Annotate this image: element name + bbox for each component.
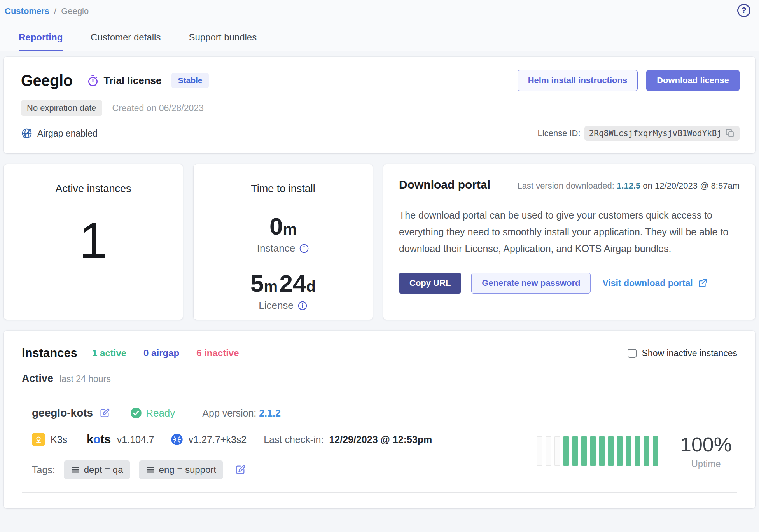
download-portal-description: The download portal can be used to give … <box>399 207 740 257</box>
uptime-bar <box>554 436 560 466</box>
last-version-downloaded: Last version downloaded: 1.12.5 on 12/20… <box>517 181 740 191</box>
uptime-bar <box>617 436 623 466</box>
stats-row: Active instances 1 Time to install 0m In… <box>4 164 755 320</box>
divider <box>22 492 737 493</box>
instance-time-label: Instance <box>257 242 295 254</box>
kots-logo: kots <box>87 432 111 446</box>
app-version-link[interactable]: 2.1.2 <box>259 408 281 418</box>
tags-label: Tags: <box>32 464 55 476</box>
trial-timer-icon <box>87 74 99 87</box>
airgap-count[interactable]: 0 airgap <box>143 348 179 359</box>
instance-name: geeglo-kots <box>32 407 93 419</box>
license-install-time: 5m 24d <box>250 271 316 296</box>
visit-download-portal-link[interactable]: Visit download portal <box>602 278 707 289</box>
uptime-label: Uptime <box>680 458 732 469</box>
download-portal-title: Download portal <box>399 178 490 191</box>
uptime-bar <box>572 436 578 466</box>
tag-icon <box>146 465 155 474</box>
tab-bar: Reporting Customer details Support bundl… <box>19 32 754 51</box>
uptime-bar <box>537 436 542 466</box>
instance-info-icon[interactable] <box>299 243 309 254</box>
inactive-count[interactable]: 6 inactive <box>196 348 239 359</box>
customer-name: Geeglo <box>21 72 73 89</box>
breadcrumb-current: Geeglo <box>61 6 89 16</box>
tab-reporting[interactable]: Reporting <box>19 32 63 51</box>
app-version-label: App version: <box>202 408 256 418</box>
k8s-version: v1.27.7+k3s2 <box>189 434 247 445</box>
breadcrumb-separator: / <box>54 6 56 16</box>
airgap-status: Airgap enabled <box>21 128 98 139</box>
time-to-install-title: Time to install <box>251 183 315 195</box>
license-time-label: License <box>259 299 294 312</box>
license-type: Trial license <box>87 74 162 87</box>
tab-support-bundles[interactable]: Support bundles <box>189 32 257 51</box>
download-license-button[interactable]: Download license <box>646 70 740 91</box>
time-to-install-card: Time to install 0m Instance 5m 24d Licen… <box>194 164 373 320</box>
ready-check-icon <box>130 407 142 419</box>
tag-text: dept = qa <box>84 464 123 475</box>
uptime-bar <box>653 436 658 466</box>
page-header: Customers / Geeglo ? Reporting Customer … <box>0 0 759 51</box>
channel-badge: Stable <box>171 73 208 88</box>
uptime-bar <box>626 436 631 466</box>
external-link-icon <box>698 278 708 288</box>
instances-title: Instances <box>22 346 77 360</box>
active-instances-title: Active instances <box>55 183 131 195</box>
breadcrumb-customers-link[interactable]: Customers <box>5 6 49 16</box>
active-section-header: Active <box>22 373 53 385</box>
breadcrumb: Customers / Geeglo <box>5 6 754 16</box>
edit-tags-icon[interactable] <box>235 464 246 475</box>
active-section-period: last 24 hours <box>59 374 111 384</box>
help-icon[interactable]: ? <box>737 4 750 17</box>
instance-install-time: 0m <box>269 214 297 238</box>
uptime-bar <box>599 436 605 466</box>
created-date: Created on 06/28/2023 <box>112 103 204 114</box>
uptime-bar <box>563 436 569 466</box>
download-portal-card: Download portal Last version downloaded:… <box>383 164 755 320</box>
tag-text: eng = support <box>159 464 216 475</box>
tab-customer-details[interactable]: Customer details <box>91 32 161 51</box>
active-instances-value: 1 <box>79 215 107 266</box>
generate-password-button[interactable]: Generate new password <box>471 273 591 294</box>
license-id-value: 2Rq8WLcsjfxqrMysjvB1WodYkBj <box>589 129 722 138</box>
uptime-bars <box>537 436 658 466</box>
uptime-bar <box>635 436 640 466</box>
version-link[interactable]: 1.12.5 <box>617 181 640 191</box>
last-checkin-value: 12/29/2023 @ 12:53pm <box>329 434 432 445</box>
show-inactive-checkbox[interactable] <box>628 349 637 358</box>
license-info-icon[interactable] <box>297 301 308 311</box>
instance-status: Ready <box>130 407 175 419</box>
license-id-pill: 2Rq8WLcsjfxqrMysjvB1WodYkBj <box>584 126 740 141</box>
uptime-bar <box>590 436 596 466</box>
tag-pill: dept = qa <box>64 460 130 479</box>
uptime-bar <box>644 436 649 466</box>
uptime-bar <box>581 436 587 466</box>
airgap-label: Airgap enabled <box>37 128 98 139</box>
uptime-bar <box>608 436 614 466</box>
license-id-label: License ID: <box>538 128 581 138</box>
copy-icon[interactable] <box>726 129 735 138</box>
copy-url-button[interactable]: Copy URL <box>399 273 461 294</box>
k3s-icon <box>32 433 45 446</box>
license-type-label: Trial license <box>104 75 162 87</box>
airgap-globe-icon <box>21 128 33 139</box>
tag-icon <box>71 465 80 474</box>
active-instances-card: Active instances 1 <box>4 164 183 320</box>
instances-card: Instances 1 active 0 airgap 6 inactive S… <box>4 331 755 508</box>
active-count[interactable]: 1 active <box>92 348 126 359</box>
expiration-badge: No expiration date <box>21 100 102 116</box>
customer-summary-card: Geeglo Trial license Stable Helm install… <box>4 57 755 153</box>
uptime-percentage: 100% <box>680 433 732 456</box>
last-checkin-label: Last check-in: <box>264 434 324 445</box>
edit-instance-name-icon[interactable] <box>99 408 110 418</box>
uptime-bar <box>546 436 551 466</box>
kots-version: v1.104.7 <box>117 434 154 445</box>
tag-pill: eng = support <box>139 460 223 479</box>
instance-row: geeglo-kots Ready <box>22 395 737 479</box>
show-inactive-toggle[interactable]: Show inactive instances <box>628 348 737 359</box>
show-inactive-label: Show inactive instances <box>642 348 737 359</box>
distro-label: K3s <box>51 434 67 445</box>
instance-status-label: Ready <box>146 407 175 419</box>
kubernetes-icon <box>171 433 183 446</box>
helm-install-instructions-button[interactable]: Helm install instructions <box>518 70 638 91</box>
